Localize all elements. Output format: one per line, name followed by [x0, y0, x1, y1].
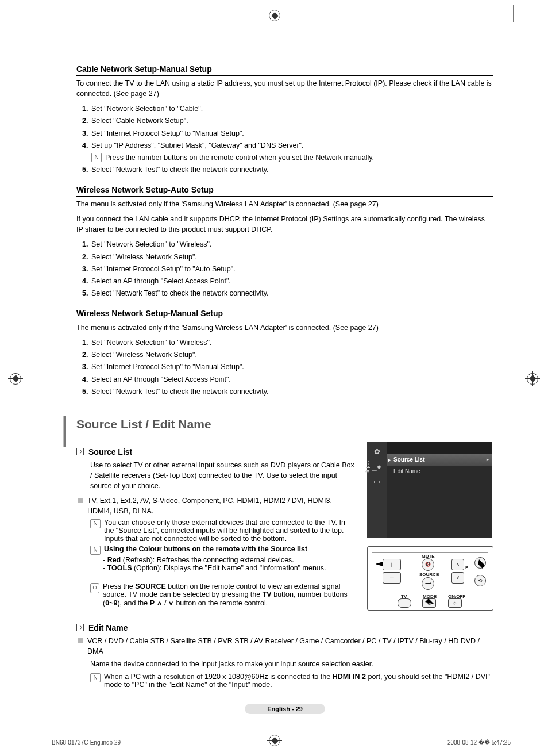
- edit-name-devices: VCR / DVD / Cable STB / Satellite STB / …: [87, 636, 493, 657]
- crop-mark: [30, 5, 30, 22]
- heading-source-list-edit-name: Source List / Edit Name: [76, 417, 493, 431]
- remote-diagram: MUTE + − 🔇 ∧ ∨ P ⇥ ⟲ SOURCE ⟶ TV MODE ON…: [367, 546, 493, 611]
- callout-arrows-icon: [368, 547, 493, 610]
- page-number-pill: English - 29: [245, 704, 325, 714]
- osd-preview: ✿ ⎯●Input ▭ Source List▸ Edit Name: [367, 442, 492, 538]
- crop-mark: [5, 22, 22, 22]
- heading-cable-manual: Cable Network Setup-Manual Setup: [76, 64, 493, 76]
- list-item: Select an AP through "Select Access Poin…: [90, 374, 493, 385]
- edit-name-description: Name the device connected to the input j…: [90, 659, 493, 669]
- subheading-edit-name: Edit Name: [76, 623, 493, 632]
- registration-mark-icon: [10, 373, 21, 385]
- registration-mark-icon: [269, 10, 280, 21]
- heading-wireless-manual: Wireless Network Setup-Manual Setup: [76, 309, 493, 320]
- steps-wireless-auto: Set "Network Selection" to "Wireless". S…: [76, 239, 493, 298]
- registration-mark-icon: [527, 373, 538, 385]
- square-bullet-icon: [78, 498, 83, 503]
- svg-marker-3: [425, 598, 434, 604]
- osd-sidebar: ✿ ⎯●Input ▭: [367, 442, 387, 538]
- note-icon: N: [90, 519, 101, 528]
- intro-wireless-manual: The menu is activated only if the 'Samsu…: [76, 323, 493, 333]
- list-item: Set up "IP Address", "Subnet Mask", "Gat…: [90, 140, 493, 163]
- note-text: When a PC with a resolution of 1920 x 10…: [104, 673, 493, 689]
- list-item: Select "Network Test" to check the netwo…: [90, 386, 493, 397]
- gear-icon: ✿: [372, 447, 381, 456]
- card-icon: ▭: [372, 477, 381, 486]
- list-item: Set "Network Selection" to "Wireless".: [90, 337, 493, 348]
- remote-icon: O: [90, 583, 99, 593]
- note-icon: N: [90, 546, 101, 555]
- osd-topbar: [387, 442, 492, 454]
- list-item: TOOLS (Option): Displays the "Edit Name"…: [103, 564, 357, 572]
- list-item: Set "Network Selection" to "Cable".: [90, 103, 493, 114]
- checkbox-bullet-icon: [76, 448, 84, 455]
- steps-cable-manual: Set "Network Selection" to "Cable". Sele…: [76, 103, 493, 175]
- list-item: Set "Internet Protocol Setup" to "Manual…: [90, 128, 493, 139]
- osd-row: Edit Name: [387, 466, 492, 477]
- note-text: Using the Colour buttons on the remote w…: [104, 545, 307, 553]
- svg-marker-2: [478, 559, 485, 569]
- colour-buttons-list: Red (Refresh): Refreshes the connecting …: [103, 556, 357, 572]
- list-item: Select an AP through "Select Access Poin…: [90, 276, 493, 286]
- footer-file: BN68-01737C-Eng.indb 29: [52, 739, 121, 746]
- note-text: You can choose only those external devic…: [104, 519, 357, 543]
- note-icon: N: [91, 153, 102, 162]
- source-list-description: Use to select TV or other external input…: [90, 460, 357, 491]
- list-item: Set "Network Selection" to "Wireless".: [90, 239, 493, 250]
- note-icon: N: [90, 673, 101, 682]
- intro-cable-manual: To connect the TV to the LAN using a sta…: [76, 78, 493, 99]
- intro-wireless-auto-2: If you connect the LAN cable and it supp…: [76, 214, 493, 235]
- list-item: Select "Network Test" to check the netwo…: [90, 288, 493, 298]
- list-item: Select "Wireless Network Setup".: [90, 252, 493, 262]
- list-item: Set "Internet Protocol Setup" to "Auto S…: [90, 264, 493, 274]
- section-accent-bar: [63, 416, 66, 447]
- crop-mark: [513, 5, 514, 22]
- list-item: Select "Network Test" to check the netwo…: [90, 164, 493, 175]
- steps-wireless-manual: Set "Network Selection" to "Wireless". S…: [76, 337, 493, 397]
- list-item: Red (Refresh): Refreshes the connecting …: [103, 556, 357, 564]
- source-inputs-list: TV, Ext.1, Ext.2, AV, S-Video, Component…: [87, 496, 357, 516]
- manual-page: Cable Network Setup-Manual Setup To conn…: [0, 0, 548, 756]
- note-text: Press the number buttons on the remote c…: [105, 152, 374, 163]
- heading-wireless-auto: Wireless Network Setup-Auto Setup: [76, 185, 493, 197]
- remote-source-note: Press the SOURCE button on the remote co…: [103, 582, 357, 607]
- footer-timestamp: 2008-08-12 �� 5:47:25: [447, 739, 511, 746]
- list-item: Select "Cable Network Setup".: [90, 116, 493, 126]
- list-item: Set "Internet Protocol Setup" to "Manual…: [90, 362, 493, 372]
- checkbox-bullet-icon: [76, 624, 84, 631]
- square-bullet-icon: [78, 638, 83, 643]
- print-footer: BN68-01737C-Eng.indb 29 2008-08-12 �� 5:…: [52, 739, 511, 746]
- list-item: Select "Wireless Network Setup".: [90, 350, 493, 360]
- osd-row-selected: Source List▸: [387, 454, 492, 466]
- input-icon: ⎯●Input: [372, 462, 381, 471]
- subheading-source-list: Source List: [76, 447, 357, 456]
- intro-wireless-auto-1: The menu is activated only if the 'Samsu…: [76, 199, 493, 209]
